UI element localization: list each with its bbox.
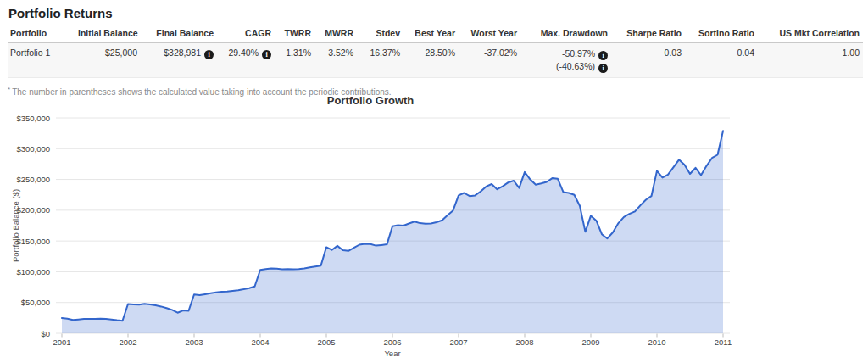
y-tick-label: $0 (41, 329, 50, 338)
portfolio-returns-page: Portfolio Returns Portfolio Initial Bala… (0, 0, 868, 363)
returns-table: Portfolio Initial Balance Final Balance … (8, 26, 863, 78)
x-tick-label: 2005 (317, 338, 335, 347)
cell-final-balance: $328,981i (141, 43, 217, 78)
x-tick-label: 2006 (383, 338, 401, 347)
y-tick-label: $350,000 (16, 114, 50, 123)
cell-best-year: 28.50% (403, 43, 459, 78)
info-icon[interactable]: i (262, 50, 271, 59)
column-header-cagr: CAGR (217, 26, 275, 43)
x-tick-label: 2001 (53, 338, 70, 347)
column-header-portfolio: Portfolio (8, 26, 76, 43)
column-header-sortino-ratio: Sortino Ratio (685, 26, 758, 43)
cell-stdev: 16.37% (357, 43, 403, 78)
cell-max-drawdown: -50.97%i (-40.63%)i (520, 43, 611, 78)
cagr-value: 29.40% (228, 47, 259, 58)
x-tick-label: 2009 (581, 338, 599, 347)
cell-mwrr: 3.52% (314, 43, 357, 78)
info-icon[interactable]: i (598, 64, 608, 73)
final-balance-value: $328,981 (164, 47, 201, 58)
cell-sharpe-ratio: 0.03 (611, 43, 685, 78)
y-tick-label: $300,000 (16, 144, 50, 154)
x-tick-label: 2003 (185, 338, 203, 347)
column-header-twrr: TWRR (275, 26, 314, 43)
max-drawdown-value: -50.97%i (522, 47, 608, 60)
table-row: Portfolio 1 $25,000 $328,981i 29.40%i 1.… (8, 43, 863, 78)
column-header-us-mkt-correlation: US Mkt Correlation (758, 26, 863, 43)
x-tick-label: 2008 (515, 338, 533, 347)
x-axis-title: Year (384, 349, 400, 358)
portfolio-growth-chart: $0$50,000$100,000$150,000$200,000$250,00… (0, 85, 868, 363)
y-tick-label: $200,000 (16, 205, 50, 215)
column-header-initial-balance: Initial Balance (76, 26, 141, 43)
x-tick-label: 2010 (648, 338, 665, 347)
cell-worst-year: -37.02% (459, 43, 520, 78)
y-tick-label: $150,000 (16, 237, 50, 246)
cell-us-mkt-correlation: 1.00 (758, 43, 863, 78)
column-header-max-drawdown: Max. Drawdown (520, 26, 611, 43)
page-title: Portfolio Returns (0, 0, 868, 26)
info-icon[interactable]: i (598, 51, 608, 60)
column-header-mwrr: MWRR (314, 26, 357, 43)
column-header-final-balance: Final Balance (141, 26, 217, 43)
x-tick-label: 2007 (449, 338, 467, 347)
chart-title: Portfolio Growth (327, 94, 415, 107)
x-tick-label: 2004 (251, 338, 269, 347)
cell-portfolio-name: Portfolio 1 (8, 43, 76, 78)
y-axis-title: Portfolio Balance ($) (11, 189, 20, 262)
x-tick-label: 2002 (119, 338, 136, 347)
cell-twrr: 1.31% (275, 43, 314, 78)
y-tick-label: $250,000 (16, 175, 50, 184)
y-tick-label: $50,000 (21, 298, 50, 307)
cell-sortino-ratio: 0.04 (685, 43, 758, 78)
x-tick-label: 2011 (715, 338, 732, 347)
column-header-sharpe-ratio: Sharpe Ratio (611, 26, 685, 43)
column-header-worst-year: Worst Year (459, 26, 520, 43)
cell-initial-balance: $25,000 (76, 43, 141, 78)
info-icon[interactable]: i (204, 50, 214, 59)
y-tick-label: $100,000 (16, 267, 50, 276)
column-header-stdev: Stdev (357, 26, 403, 43)
max-drawdown-with-contributions-value: (-40.63%)i (522, 60, 608, 73)
column-header-best-year: Best Year (403, 26, 459, 43)
table-header-row: Portfolio Initial Balance Final Balance … (8, 26, 863, 43)
cell-cagr: 29.40%i (217, 43, 275, 78)
